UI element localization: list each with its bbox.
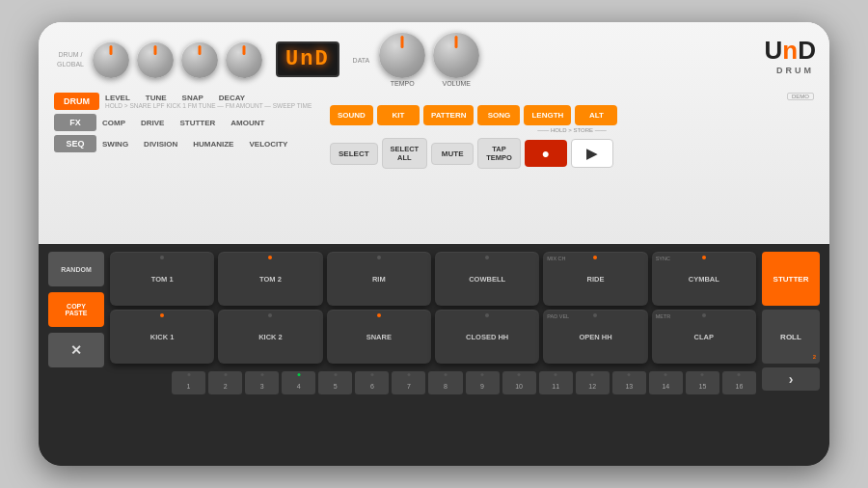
- step-1-led: [187, 373, 190, 376]
- snap-label: SNAP: [182, 94, 203, 102]
- ride-label: RIDE: [587, 275, 605, 284]
- step-15[interactable]: 15: [686, 371, 719, 394]
- roll-button[interactable]: ROLL 2: [762, 310, 820, 364]
- step-2-led: [224, 373, 227, 376]
- step-2[interactable]: 2: [208, 371, 242, 394]
- drum-button[interactable]: DRUM: [54, 93, 99, 110]
- division-label: DIVISION: [144, 140, 177, 149]
- step-9[interactable]: 9: [466, 371, 500, 394]
- step-14-led: [665, 373, 667, 376]
- kit-button[interactable]: KIT: [377, 105, 420, 125]
- step-6[interactable]: 6: [355, 371, 389, 394]
- display-text: UnD: [285, 47, 330, 71]
- step-13[interactable]: 13: [612, 371, 646, 394]
- demo-label: DEMO: [787, 93, 814, 100]
- small-knobs: [93, 41, 262, 78]
- data-label: DATA: [353, 57, 370, 64]
- cymbal-pad[interactable]: SYNC CYMBAL: [652, 252, 756, 306]
- pads-row-2: KICK 1 KICK 2 SNARE CLOSED HH: [110, 310, 756, 364]
- logo-d: D: [798, 36, 814, 66]
- select-all-button[interactable]: SELECTALL: [382, 138, 428, 169]
- step-11[interactable]: 11: [539, 371, 573, 394]
- clap-sublabel: METR: [656, 313, 671, 319]
- knobs-area: DRUM /GLOBAL UnD DATA TEMPO VOLUME: [54, 32, 814, 87]
- tom2-pad[interactable]: TOM 2: [218, 252, 322, 306]
- open-hh-pad[interactable]: PAD VEL OPEN HH: [543, 310, 647, 364]
- cymbal-label: CYMBAL: [689, 275, 719, 284]
- sound-button[interactable]: SOUND: [330, 105, 373, 125]
- logo: U n D DRUM: [765, 36, 814, 75]
- cymbal-led: [702, 256, 706, 259]
- roll-2-label: 2: [813, 354, 816, 360]
- record-button[interactable]: ●: [525, 140, 567, 167]
- step-16[interactable]: 16: [722, 371, 756, 394]
- knob-3[interactable]: [181, 41, 218, 78]
- open-hh-led: [593, 313, 597, 317]
- tempo-knob-group: TEMPO: [379, 32, 425, 87]
- tempo-vol-knobs: TEMPO VOLUME: [379, 32, 479, 87]
- uno-drum-device: U n D DRUM DRUM /GLOBAL UnD DATA T: [39, 22, 829, 466]
- step-8-led: [444, 373, 447, 376]
- tap-tempo-button[interactable]: TAPTEMPO: [477, 138, 521, 169]
- closed-hh-pad[interactable]: CLOSED HH: [435, 310, 539, 364]
- right-controls: DEMO SOUND KIT PATTERN SONG LENGTH ALT —…: [330, 93, 814, 169]
- logo-drum-text: DRUM: [765, 66, 814, 75]
- knob-4[interactable]: [226, 41, 262, 78]
- rim-pad[interactable]: RIM: [327, 252, 431, 306]
- controls-row: DRUM LEVEL TUNE SNAP DECAY HOLD > SNARE …: [54, 93, 814, 169]
- swing-label: SWING: [102, 140, 128, 149]
- step-7[interactable]: 7: [392, 371, 425, 394]
- next-button[interactable]: ›: [762, 367, 820, 391]
- step-8[interactable]: 8: [428, 371, 462, 394]
- kick1-pad[interactable]: KICK 1: [110, 310, 214, 364]
- snare-label: SNARE: [366, 333, 392, 341]
- stutter-button[interactable]: STUTTER: [762, 252, 820, 306]
- select-button[interactable]: SELECT: [330, 143, 378, 165]
- seq-row: SEQ SWING DIVISION HUMANIZE VELOCITY: [54, 135, 324, 152]
- cowbell-pad[interactable]: COWBELL: [435, 252, 539, 306]
- step-10[interactable]: 10: [502, 371, 536, 394]
- closed-hh-label: CLOSED HH: [466, 333, 508, 341]
- top-section: U n D DRUM DRUM /GLOBAL UnD DATA T: [39, 22, 829, 244]
- step-6-led: [370, 373, 373, 376]
- ride-pad[interactable]: MIX CH RIDE: [543, 252, 647, 306]
- decay-label: DECAY: [219, 94, 245, 102]
- snare-pad[interactable]: SNARE: [327, 310, 431, 364]
- pad-grid-area: TOM 1 TOM 2 RIM COWBELL: [110, 252, 756, 394]
- open-hh-label: OPEN HH: [579, 333, 611, 341]
- alt-button[interactable]: ALT: [575, 105, 617, 125]
- display: UnD: [276, 41, 339, 77]
- copy-paste-button[interactable]: COPYPASTE: [48, 292, 104, 327]
- play-button[interactable]: ▶: [571, 139, 613, 168]
- pattern-button[interactable]: PATTERN: [423, 105, 475, 125]
- step-1[interactable]: 1: [172, 371, 205, 394]
- ride-led: [593, 256, 597, 259]
- pads-container: RANDOM COPYPASTE ✕ TOM 1 TOM 2: [48, 252, 820, 394]
- step-14[interactable]: 14: [649, 371, 683, 394]
- step-3[interactable]: 3: [245, 371, 279, 394]
- step-3-led: [260, 373, 263, 376]
- random-button[interactable]: RANDOM: [48, 252, 104, 286]
- hold-store-label: —— HOLD > STORE ——: [330, 127, 814, 133]
- clap-label: CLAP: [694, 333, 714, 341]
- step-12[interactable]: 12: [576, 371, 610, 394]
- kick2-label: KICK 2: [258, 333, 283, 341]
- mute-button[interactable]: MUTE: [431, 143, 474, 165]
- tempo-knob[interactable]: [379, 32, 425, 78]
- kick2-pad[interactable]: KICK 2: [218, 310, 322, 364]
- volume-knob[interactable]: [433, 32, 479, 78]
- step-4[interactable]: 4: [282, 371, 315, 394]
- knob-2[interactable]: [137, 41, 174, 78]
- knob-1[interactable]: [93, 41, 129, 78]
- delete-button[interactable]: ✕: [48, 333, 104, 367]
- step-5-led: [334, 373, 337, 376]
- song-button[interactable]: SONG: [477, 105, 520, 125]
- level-label: LEVEL: [105, 94, 130, 102]
- comp-label: COMP: [102, 119, 125, 127]
- step-5[interactable]: 5: [318, 371, 352, 394]
- seq-button[interactable]: SEQ: [54, 135, 96, 152]
- tom1-pad[interactable]: TOM 1: [110, 252, 214, 306]
- length-button[interactable]: LENGTH: [524, 105, 571, 125]
- clap-pad[interactable]: METR CLAP: [652, 310, 756, 364]
- fx-button[interactable]: FX: [54, 114, 96, 131]
